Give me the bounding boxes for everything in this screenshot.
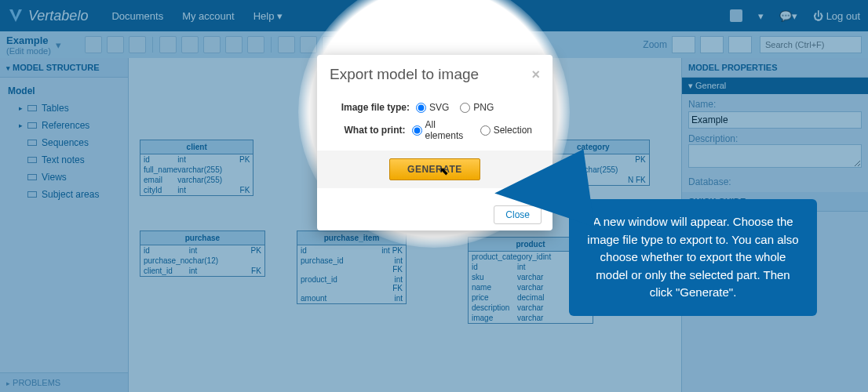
tree-text-notes[interactable]: ▸Text notes bbox=[3, 151, 125, 169]
description-label: Description: bbox=[688, 133, 862, 144]
zoom-btn-1[interactable] bbox=[672, 36, 695, 53]
zoom-label: Zoom bbox=[643, 39, 667, 50]
tree-sequences[interactable]: ▸Sequences bbox=[3, 134, 125, 151]
tree-tables[interactable]: ▸Tables bbox=[3, 100, 125, 117]
tree-references[interactable]: ▸References bbox=[3, 117, 125, 134]
radio-selection[interactable] bbox=[480, 125, 491, 136]
table-purchase-item[interactable]: purchase_item idint PKpurchase_idint FKp… bbox=[297, 230, 407, 304]
toolbar-button[interactable] bbox=[278, 36, 295, 53]
name-input[interactable] bbox=[688, 111, 862, 129]
sidebar-left: ▾ MODEL STRUCTURE Model ▸Tables ▸Referen… bbox=[0, 58, 129, 392]
toolbar-button[interactable] bbox=[247, 36, 264, 53]
nav-my-account[interactable]: My account bbox=[182, 10, 234, 22]
toolbar-button[interactable] bbox=[203, 36, 221, 53]
toolbar-button[interactable] bbox=[107, 36, 124, 53]
toolbar-button[interactable] bbox=[225, 36, 243, 53]
tutorial-callout: A new window will appear. Choose the ima… bbox=[569, 199, 817, 316]
toolbar-button[interactable] bbox=[129, 36, 146, 53]
model-properties-header: MODEL PROPERTIES bbox=[682, 58, 868, 78]
what-to-print-label: What to print: bbox=[330, 125, 412, 136]
document-mode: (Edit mode) bbox=[6, 46, 51, 56]
zoom-btn-2[interactable] bbox=[700, 36, 724, 53]
table-purchase[interactable]: purchase idintPKpurchase_nochar(12)clien… bbox=[140, 230, 265, 277]
toolbar-button[interactable] bbox=[159, 36, 177, 53]
document-name: Example bbox=[6, 34, 51, 46]
user-dropdown[interactable]: ▾ bbox=[758, 10, 764, 22]
tree-root[interactable]: Model bbox=[3, 82, 125, 100]
generate-button[interactable]: GENERATE bbox=[389, 158, 480, 180]
reference-icon bbox=[27, 122, 37, 129]
cursor-icon: ⬉ bbox=[439, 165, 449, 177]
name-label: Name: bbox=[688, 99, 862, 110]
toolbar-button[interactable] bbox=[181, 36, 199, 53]
general-section[interactable]: ▾ General bbox=[682, 78, 868, 94]
doc-dropdown-icon[interactable]: ▾ bbox=[56, 39, 61, 51]
table-icon bbox=[27, 105, 37, 111]
area-icon bbox=[27, 191, 37, 198]
modal-title: Export model to image bbox=[330, 66, 479, 83]
logo: Vertabelo bbox=[8, 8, 88, 24]
problems-panel[interactable]: ▸ PROBLEMS bbox=[0, 372, 128, 392]
tree-subject-areas[interactable]: ▸Subject areas bbox=[3, 186, 125, 203]
description-input[interactable] bbox=[688, 144, 862, 168]
radio-png[interactable] bbox=[460, 103, 470, 113]
nav-documents[interactable]: Documents bbox=[111, 10, 163, 22]
close-icon[interactable]: × bbox=[531, 67, 540, 83]
table-client[interactable]: client idintPKfull_namevarchar(255)email… bbox=[140, 140, 253, 196]
radio-svg[interactable] bbox=[416, 103, 426, 113]
chat-icon[interactable]: 💬▾ bbox=[779, 10, 797, 22]
radio-all-elements[interactable] bbox=[412, 125, 422, 136]
avatar-icon[interactable] bbox=[730, 9, 742, 22]
zoom-btn-3[interactable] bbox=[728, 36, 752, 53]
note-icon bbox=[27, 157, 37, 163]
toolbar-button[interactable] bbox=[85, 36, 102, 53]
sequence-icon bbox=[27, 140, 37, 146]
view-icon bbox=[27, 174, 37, 180]
file-type-label: Image file type: bbox=[330, 102, 416, 113]
power-icon: ⏻ bbox=[813, 10, 823, 22]
tree-views[interactable]: ▸Views bbox=[3, 169, 125, 186]
nav-help[interactable]: Help ▾ bbox=[253, 10, 283, 22]
model-structure-header: ▾ MODEL STRUCTURE bbox=[0, 58, 128, 78]
database-label: Database: bbox=[688, 176, 862, 187]
search-input[interactable] bbox=[760, 36, 862, 53]
logout-button[interactable]: ⏻Log out bbox=[813, 10, 860, 22]
